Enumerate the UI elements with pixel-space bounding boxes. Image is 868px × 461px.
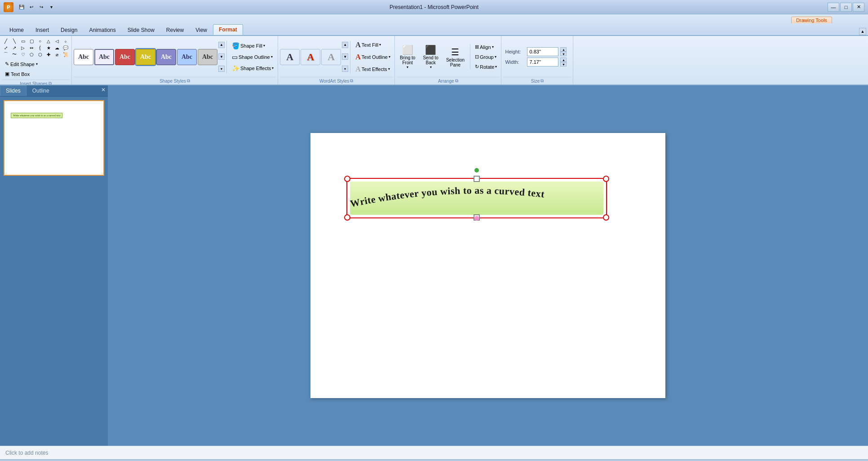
handle-bottom-right[interactable] [603, 214, 609, 221]
shape-style-6[interactable]: Abc [198, 49, 217, 65]
align-button[interactable]: ⊞ Align ▾ [473, 43, 499, 51]
send-to-back-button[interactable]: ⬛ Send toBack ▾ [420, 42, 441, 71]
minimize-button[interactable]: — [828, 3, 839, 12]
wordart-scroll-more[interactable]: ▾ [342, 66, 348, 72]
shape-style-0[interactable]: Abc [74, 49, 93, 65]
wordart-style-1[interactable]: A [301, 49, 320, 65]
text-effects-button[interactable]: A Text Effects ▾ [353, 64, 393, 75]
wordart-scroll-up[interactable]: ▲ [342, 42, 348, 48]
shape-fill-button[interactable]: 🪣 Shape Fill ▾ [230, 41, 276, 51]
slides-tab[interactable]: Slides [0, 85, 27, 96]
shape-arrow2[interactable]: ↗ [10, 44, 18, 51]
width-up[interactable]: ▲ [560, 58, 567, 62]
slide-thumb-1[interactable]: Write whatever you wish to as a curved t… [4, 100, 104, 176]
shape-style-5[interactable]: Abc [177, 49, 197, 65]
handle-bottom-left[interactable] [344, 214, 350, 221]
close-button[interactable]: ✕ [853, 3, 864, 12]
tab-format[interactable]: Format [213, 24, 243, 35]
shape-arrow3[interactable]: ▷ [19, 44, 27, 51]
shape-line[interactable]: ╱ [2, 38, 10, 44]
wordart-style-2[interactable]: A [321, 49, 341, 65]
shape-pentagon[interactable]: ⬠ [27, 51, 35, 58]
shape-callout[interactable]: 💬 [62, 44, 70, 51]
shape-bracket[interactable]: { [36, 44, 44, 51]
rotate-handle[interactable] [474, 168, 479, 173]
bring-to-front-button[interactable]: ⬜ Bring toFront ▾ [397, 42, 418, 71]
text-box-container[interactable]: Write whatever you wish to as a curved t… [346, 178, 607, 218]
height-input[interactable] [527, 47, 558, 56]
text-outline-dropdown-icon: ▾ [389, 55, 390, 59]
shape-heart[interactable]: ♡ [19, 51, 27, 58]
tab-animations[interactable]: Animations [83, 25, 121, 35]
shape-effects-icon: ✨ [232, 65, 239, 72]
more-qa-button[interactable]: ▾ [47, 3, 56, 12]
width-down[interactable]: ▼ [560, 62, 567, 66]
shape-styles-scroll: ▲ ▼ ▾ [218, 39, 225, 75]
close-panel-button[interactable]: ✕ [99, 85, 108, 94]
shape-style-3[interactable]: Abc [136, 49, 155, 65]
group-dropdown-icon: ▾ [495, 55, 496, 59]
ribbon-minimize-button[interactable]: ▲ [859, 28, 866, 35]
selection-pane-button[interactable]: ☰ SelectionPane [443, 44, 468, 70]
insert-shapes-expand-icon[interactable]: ⧉ [49, 81, 52, 85]
shape-styles-scroll-more[interactable]: ▾ [218, 66, 225, 72]
handle-top-center[interactable] [474, 176, 480, 182]
shape-triangle[interactable]: △ [44, 38, 53, 44]
shape-arrow4[interactable]: ⇔ [27, 44, 35, 51]
shape-line2[interactable]: ╲ [10, 38, 18, 44]
shape-style-2[interactable]: Abc [115, 49, 135, 65]
wordart-style-0[interactable]: A [280, 49, 300, 65]
shape-style-4[interactable]: Abc [156, 49, 176, 65]
shape-star[interactable]: ★ [44, 44, 53, 51]
shape-more[interactable]: ⬦ [62, 38, 70, 44]
group-button[interactable]: ⊡ Group ▾ [473, 53, 499, 61]
slide-canvas[interactable]: Write whatever you wish to as a curved t… [310, 133, 665, 398]
shape-ribbon[interactable]: ⌀ [53, 51, 61, 58]
shape-curve[interactable]: ⌒ [2, 51, 10, 58]
text-box-button[interactable]: ▣ Text Box [2, 69, 70, 79]
tab-design[interactable]: Design [55, 25, 83, 35]
shape-cloud[interactable]: ☁ [53, 44, 61, 51]
shape-round-rect[interactable]: ▢ [27, 38, 35, 44]
undo-button[interactable]: ↩ [27, 3, 36, 12]
text-outline-button[interactable]: A Text Outline ▾ [353, 52, 393, 62]
shape-rect[interactable]: ▭ [19, 38, 27, 44]
tab-view[interactable]: View [190, 25, 213, 35]
redo-button[interactable]: ↪ [37, 3, 46, 12]
outline-tab[interactable]: Outline [27, 85, 55, 96]
tab-review[interactable]: Review [160, 25, 190, 35]
handle-top-left[interactable] [344, 176, 350, 182]
tab-home[interactable]: Home [4, 25, 30, 35]
handle-top-right[interactable] [603, 176, 609, 182]
shape-oval[interactable]: ○ [36, 38, 44, 44]
edit-shape-button[interactable]: ✎ Edit Shape ▾ [2, 59, 70, 69]
shape-scroll[interactable]: 📜 [62, 51, 70, 58]
save-button[interactable]: 💾 [17, 3, 26, 12]
shape-style-1[interactable]: Abc [94, 49, 114, 65]
shape-styles-scroll-down[interactable]: ▼ [218, 53, 225, 60]
tab-slideshow[interactable]: Slide Show [122, 25, 160, 35]
arrange-expand-icon[interactable]: ⧉ [455, 78, 458, 84]
wordart-scroll-down[interactable]: ▼ [342, 53, 348, 60]
height-down[interactable]: ▼ [560, 52, 567, 56]
rotate-button[interactable]: ↻ Rotate ▾ [473, 62, 499, 71]
width-input[interactable] [527, 58, 558, 66]
maximize-button[interactable]: □ [840, 3, 852, 12]
shape-arrow1[interactable]: ⤢ [2, 44, 10, 51]
shape-plus[interactable]: ✚ [44, 51, 53, 58]
shape-hex[interactable]: ⬡ [36, 51, 44, 58]
height-up[interactable]: ▲ [560, 47, 567, 52]
text-fill-button[interactable]: A Text Fill ▾ [353, 40, 393, 50]
size-expand-icon[interactable]: ⧉ [540, 78, 544, 84]
shape-effects-button[interactable]: ✨ Shape Effects ▾ [230, 63, 276, 73]
wordart-styles-group: A A A ▲ ▼ ▾ A Text Fill ▾ [278, 36, 395, 84]
wordart-styles-expand-icon[interactable]: ⧉ [350, 78, 353, 84]
shape-rtriangle[interactable]: ◁ [53, 38, 61, 44]
adjustment-handle[interactable] [474, 216, 479, 221]
shape-freeform[interactable]: 〜 [10, 51, 18, 58]
notes-bar[interactable]: Click to add notes [0, 446, 868, 459]
shape-outline-button[interactable]: ▭ Shape Outline ▾ [230, 52, 276, 62]
shape-styles-expand-icon[interactable]: ⧉ [187, 78, 190, 84]
tab-insert[interactable]: Insert [30, 25, 55, 35]
shape-styles-scroll-up[interactable]: ▲ [218, 42, 225, 48]
